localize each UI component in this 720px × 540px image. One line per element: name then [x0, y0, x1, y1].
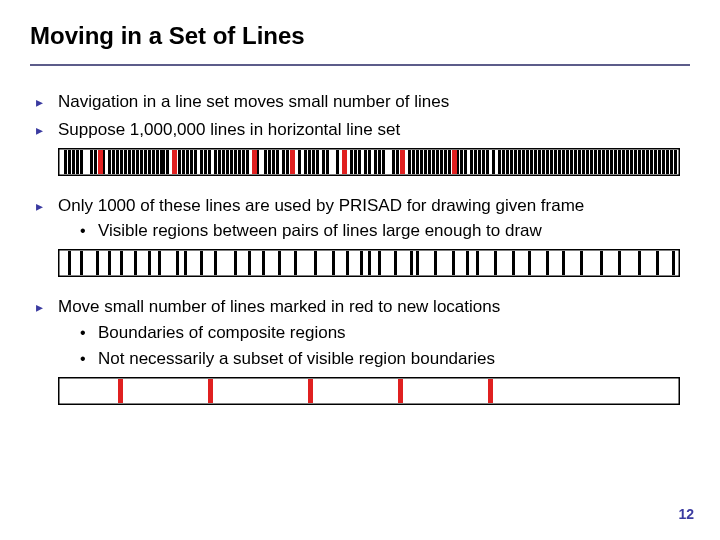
svg-rect-65	[378, 150, 381, 174]
svg-rect-184	[59, 377, 680, 404]
svg-rect-101	[542, 150, 545, 174]
svg-rect-78	[440, 150, 443, 174]
svg-rect-54	[316, 150, 319, 174]
svg-rect-79	[444, 150, 447, 174]
svg-rect-35	[222, 150, 225, 174]
svg-rect-23	[162, 150, 165, 174]
bars-2-holder	[58, 249, 680, 277]
slide: Moving in a Set of Lines Navigation in a…	[0, 0, 720, 540]
svg-rect-31	[204, 150, 207, 174]
svg-rect-107	[566, 150, 569, 174]
svg-rect-32	[208, 150, 211, 174]
svg-rect-6	[90, 150, 93, 174]
svg-rect-176	[546, 251, 549, 275]
svg-rect-182	[656, 251, 659, 275]
svg-rect-46	[272, 150, 275, 174]
svg-rect-80	[448, 150, 451, 174]
svg-rect-88	[486, 150, 489, 174]
svg-rect-156	[248, 251, 251, 275]
svg-rect-76	[432, 150, 435, 174]
svg-rect-83	[464, 150, 467, 174]
svg-rect-29	[194, 150, 197, 174]
svg-rect-99	[534, 150, 537, 174]
svg-rect-48	[282, 150, 285, 174]
svg-rect-120	[618, 150, 621, 174]
svg-rect-37	[230, 150, 233, 174]
svg-rect-67	[392, 150, 395, 174]
svg-rect-2	[68, 150, 71, 174]
svg-rect-30	[200, 150, 203, 174]
svg-rect-172	[476, 251, 479, 275]
svg-rect-145	[96, 251, 99, 275]
bullet-list-2: Only 1000 of these lines are used by PRI…	[30, 194, 690, 244]
svg-rect-157	[262, 251, 265, 275]
svg-rect-173	[494, 251, 497, 275]
svg-rect-70	[408, 150, 411, 174]
svg-rect-56	[326, 150, 329, 174]
bullet-4: Move small number of lines marked in red…	[36, 295, 690, 370]
svg-rect-51	[304, 150, 307, 174]
svg-rect-49	[286, 150, 289, 174]
svg-rect-108	[570, 150, 573, 174]
svg-rect-115	[598, 150, 601, 174]
svg-rect-103	[550, 150, 553, 174]
svg-rect-17	[140, 150, 143, 174]
svg-rect-154	[214, 251, 217, 275]
svg-rect-135	[98, 150, 103, 174]
svg-rect-106	[562, 150, 565, 174]
svg-rect-129	[654, 150, 657, 174]
svg-rect-60	[354, 150, 357, 174]
svg-rect-75	[428, 150, 431, 174]
svg-rect-155	[234, 251, 237, 275]
svg-rect-111	[582, 150, 585, 174]
bars-dense	[58, 148, 680, 176]
svg-rect-86	[478, 150, 481, 174]
svg-rect-143	[68, 251, 71, 275]
svg-rect-3	[72, 150, 75, 174]
svg-rect-131	[662, 150, 665, 174]
bullet-list-3: Move small number of lines marked in red…	[30, 295, 690, 370]
svg-rect-168	[416, 251, 419, 275]
svg-rect-62	[364, 150, 367, 174]
bars-red	[58, 377, 680, 405]
page-title: Moving in a Set of Lines	[30, 22, 690, 50]
bullet-3-text: Only 1000 of these lines are used by PRI…	[58, 196, 584, 215]
svg-rect-133	[670, 150, 673, 174]
svg-rect-180	[618, 251, 621, 275]
svg-rect-18	[144, 150, 147, 174]
svg-rect-171	[466, 251, 469, 275]
svg-rect-174	[512, 251, 515, 275]
bullet-4-text: Move small number of lines marked in red…	[58, 297, 500, 316]
svg-rect-24	[166, 150, 169, 174]
svg-rect-94	[514, 150, 517, 174]
svg-rect-187	[308, 379, 313, 403]
svg-rect-59	[350, 150, 353, 174]
svg-rect-138	[290, 150, 295, 174]
svg-rect-188	[398, 379, 403, 403]
svg-rect-41	[246, 150, 249, 174]
svg-rect-1	[64, 150, 67, 174]
svg-rect-161	[332, 251, 335, 275]
svg-rect-160	[314, 251, 317, 275]
svg-rect-118	[610, 150, 613, 174]
svg-rect-140	[400, 150, 405, 174]
svg-rect-98	[530, 150, 533, 174]
svg-rect-28	[190, 150, 193, 174]
svg-rect-50	[298, 150, 301, 174]
svg-rect-19	[148, 150, 151, 174]
svg-rect-55	[322, 150, 325, 174]
svg-rect-116	[602, 150, 605, 174]
svg-rect-109	[574, 150, 577, 174]
svg-rect-185	[118, 379, 123, 403]
svg-rect-104	[554, 150, 557, 174]
svg-rect-147	[120, 251, 123, 275]
svg-rect-178	[580, 251, 583, 275]
svg-rect-96	[522, 150, 525, 174]
bullet-3-sub-1: Visible regions between pairs of lines l…	[80, 219, 690, 243]
svg-rect-189	[488, 379, 493, 403]
svg-rect-68	[396, 150, 399, 174]
svg-rect-85	[474, 150, 477, 174]
svg-rect-144	[80, 251, 83, 275]
svg-rect-74	[424, 150, 427, 174]
page-number: 12	[678, 506, 694, 522]
